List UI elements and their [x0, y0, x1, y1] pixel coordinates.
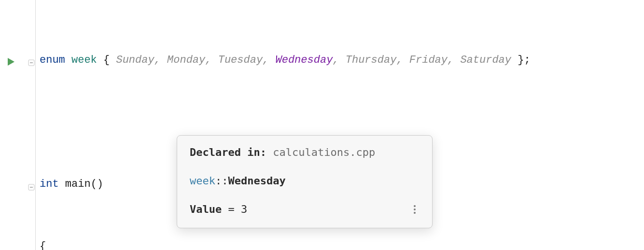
brace: {	[97, 50, 116, 71]
run-gutter-icon[interactable]	[8, 58, 14, 66]
enum-member: Saturday	[460, 50, 511, 71]
type-name: week	[71, 50, 97, 71]
fold-toggle-icon[interactable]	[28, 184, 35, 191]
quick-documentation-popup: Declared in: calculations.cpp week::Wedn…	[177, 135, 433, 228]
tooltip-value-number: 3	[241, 203, 247, 215]
brace: {	[40, 236, 46, 250]
keyword-int: int	[40, 174, 59, 195]
enum-member: Sunday	[116, 50, 154, 71]
tooltip-enum-scope: week	[190, 175, 215, 187]
enum-member: Tuesday	[218, 50, 263, 71]
tooltip-enum-member: Wednesday	[228, 175, 285, 187]
keyword-enum: enum	[40, 50, 65, 71]
code-line[interactable]: {	[40, 236, 644, 250]
editor-gutter	[0, 0, 36, 250]
code-line-blank[interactable]	[40, 112, 644, 133]
function-name: main	[59, 174, 91, 195]
more-options-icon[interactable]	[410, 204, 420, 215]
enum-member: Friday	[409, 50, 448, 71]
enum-member-highlighted: Wednesday	[276, 50, 333, 71]
enum-member: Monday	[167, 50, 205, 71]
tooltip-declared-in-label: Declared in:	[190, 146, 266, 158]
brace: };	[511, 50, 531, 71]
tooltip-value-label: Value	[190, 203, 222, 215]
tooltip-declared-file: calculations.cpp	[273, 146, 375, 158]
enum-member: Thursday	[346, 50, 397, 71]
code-line[interactable]: enum week { Sunday, Monday, Tuesday, Wed…	[40, 50, 644, 71]
fold-toggle-icon[interactable]	[28, 59, 35, 66]
